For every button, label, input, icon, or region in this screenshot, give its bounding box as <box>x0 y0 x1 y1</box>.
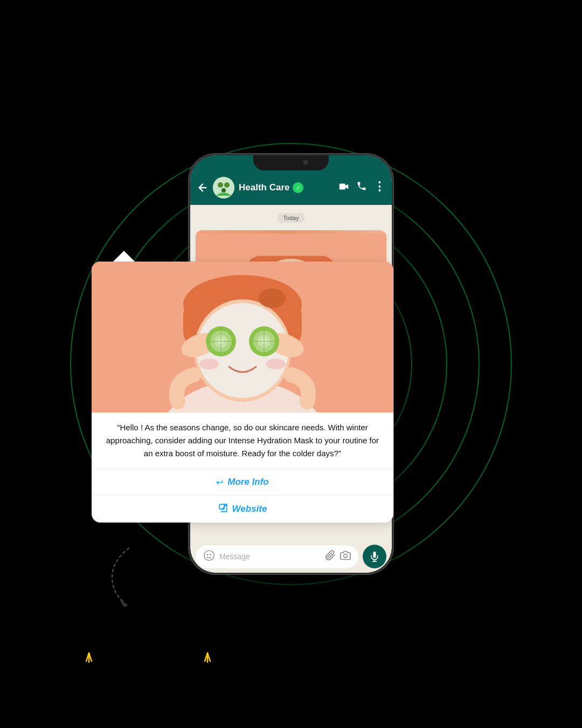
deco-arrow <box>97 542 140 609</box>
message-bubble: "Hello ! As the seasons change, so do ou… <box>92 262 393 523</box>
svg-marker-49 <box>120 600 128 607</box>
header-actions: ⋮ <box>338 181 385 195</box>
mic-button[interactable] <box>363 545 386 568</box>
more-options-button[interactable]: ⋮ <box>373 181 385 195</box>
more-info-label: More Info <box>227 477 269 487</box>
more-info-button[interactable]: ↩ More Info <box>92 469 393 496</box>
verified-badge: ✓ <box>293 182 303 193</box>
emoji-button[interactable] <box>203 550 215 564</box>
phone-wrapper: "Hello ! As the seasons change, so do ou… <box>189 154 393 574</box>
reply-icon: ↩ <box>216 477 223 487</box>
message-input-box[interactable]: Message <box>196 545 358 568</box>
svg-point-22 <box>259 289 286 308</box>
contact-info: Health Care ✓ <box>239 182 334 193</box>
verified-icon: ✓ <box>296 184 301 191</box>
external-link-icon <box>218 503 228 515</box>
sparkle-right <box>194 650 221 679</box>
svg-point-43 <box>204 550 214 560</box>
date-badge: Today <box>278 213 304 223</box>
back-button[interactable] <box>197 182 209 194</box>
attach-button[interactable] <box>325 550 336 564</box>
svg-point-26 <box>218 182 223 188</box>
svg-point-28 <box>221 188 226 193</box>
svg-point-46 <box>344 554 348 558</box>
camera-button[interactable] <box>340 550 351 564</box>
date-separator: Today <box>196 212 386 223</box>
svg-point-44 <box>207 553 209 555</box>
svg-point-45 <box>210 553 211 555</box>
message-image <box>92 262 393 413</box>
phone-notch <box>253 155 329 170</box>
call-button[interactable] <box>356 181 367 195</box>
svg-point-27 <box>224 182 230 188</box>
avatar[interactable] <box>213 177 234 198</box>
video-call-button[interactable] <box>338 181 350 195</box>
input-bar: Message <box>190 540 392 573</box>
message-placeholder[interactable]: Message <box>219 552 321 561</box>
website-label: Website <box>232 504 267 514</box>
website-button[interactable]: Website <box>92 496 393 523</box>
contact-name: Health Care <box>239 182 289 193</box>
message-text: "Hello ! As the seasons change, so do ou… <box>92 413 393 469</box>
svg-rect-23 <box>219 504 224 509</box>
chat-popup: "Hello ! As the seasons change, so do ou… <box>92 262 393 523</box>
phone-camera <box>303 160 308 165</box>
svg-point-20 <box>199 359 219 369</box>
svg-point-21 <box>266 359 286 369</box>
sparkle-left <box>75 650 102 679</box>
skincare-illustration <box>92 262 393 413</box>
